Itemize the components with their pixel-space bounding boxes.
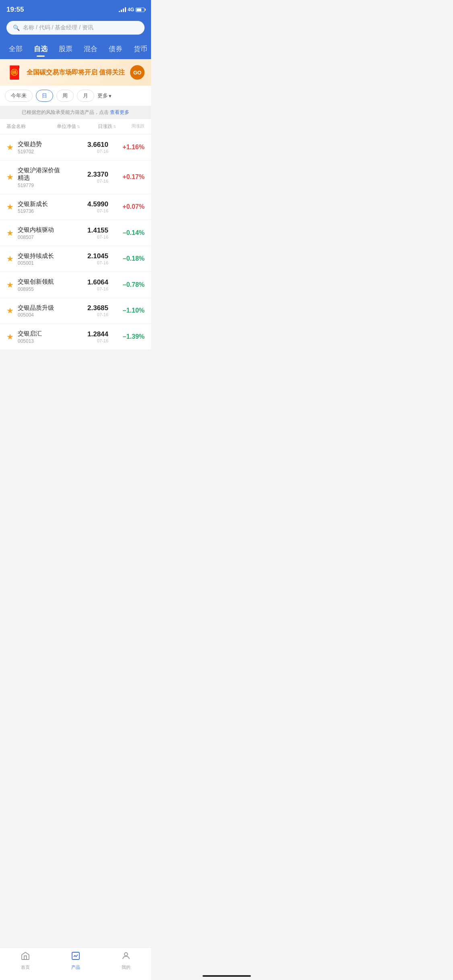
fund-code: 008955 (18, 286, 64, 292)
table-row[interactable]: ★ 交银内核驱动 008507 1.4155 07-16 –0.14% (0, 220, 151, 246)
banner-emoji: 🧧 (6, 65, 23, 80)
fund-day-change: –1.10% (108, 307, 145, 314)
fund-nav-date: 07-16 (64, 235, 108, 239)
fund-nav-date: 07-16 (64, 149, 108, 154)
star-icon[interactable]: ★ (6, 254, 14, 264)
fund-nav-date: 07-16 (64, 312, 108, 317)
fund-day-change: –0.78% (108, 281, 145, 288)
status-bar: 19:55 4G (0, 0, 151, 18)
fund-name: 交银品质升级 (18, 304, 64, 312)
banner-text: 全国碳交易市场即将开启 值得关注 (27, 68, 125, 77)
fund-day-change: –0.14% (108, 229, 145, 237)
header: 🔍 名称 / 代码 / 基金经理 / 资讯 (0, 18, 151, 41)
table-row[interactable]: ★ 交银品质升级 005004 2.3685 07-16 –1.10% (0, 298, 151, 324)
star-icon[interactable]: ★ (6, 142, 14, 152)
th-fund-name: 基金名称 (6, 123, 36, 130)
star-icon[interactable]: ★ (6, 332, 14, 342)
fund-nav-date: 07-16 (64, 286, 108, 291)
star-icon[interactable]: ★ (6, 228, 14, 238)
filter-btn-month[interactable]: 月 (77, 90, 94, 102)
table-header: 基金名称 单位净值 ⇅ 日涨跌 ⇅ 周涨跌 (0, 119, 151, 134)
fund-day-change: –0.18% (108, 255, 145, 262)
content-area: 🧧 全国碳交易市场即将开启 值得关注 GO 今年来 日 周 月 更多 ▾ 已根据… (0, 59, 151, 382)
tab-currency[interactable]: 货币 (128, 41, 151, 59)
info-bar: 已根据您的风险承受能力筛选产品，点击 查看更多 (0, 106, 151, 119)
star-icon[interactable]: ★ (6, 172, 14, 182)
fund-nav-value: 2.3685 (64, 304, 108, 312)
status-time: 19:55 (6, 6, 24, 14)
fund-code: 005013 (18, 338, 64, 344)
search-icon: 🔍 (13, 25, 20, 31)
fund-code: 005004 (18, 312, 64, 318)
chevron-down-icon: ▾ (109, 93, 112, 99)
filter-btn-day[interactable]: 日 (36, 90, 53, 102)
nav-tabs: 全部 自选 股票 混合 债券 货币 指数 (0, 41, 151, 59)
star-icon[interactable]: ★ (6, 306, 14, 315)
tab-all[interactable]: 全部 (3, 41, 28, 59)
fund-nav-date: 07-16 (64, 260, 108, 265)
sort-nav-icon: ⇅ (77, 125, 80, 129)
sort-day-icon: ⇅ (113, 125, 116, 129)
fund-nav-value: 1.6064 (64, 278, 108, 286)
fund-list: ★ 交银趋势 519702 3.6610 07-16 +1.16% ★ 交银沪港… (0, 134, 151, 350)
fund-day-change: –1.39% (108, 333, 145, 340)
th-week-change: 周涨跌 (116, 123, 145, 130)
banner[interactable]: 🧧 全国碳交易市场即将开启 值得关注 GO (0, 59, 151, 86)
network-type: 4G (128, 7, 134, 12)
search-bar[interactable]: 🔍 名称 / 代码 / 基金经理 / 资讯 (6, 21, 145, 35)
see-more-link[interactable]: 查看更多 (110, 109, 129, 115)
fund-name: 交银新成长 (18, 200, 64, 208)
fund-day-change: +0.07% (108, 203, 145, 210)
battery-icon (136, 8, 145, 12)
fund-name: 交银内核驱动 (18, 226, 64, 234)
table-row[interactable]: ★ 交银持续成长 005001 2.1045 07-16 –0.18% (0, 246, 151, 272)
fund-code: 519702 (18, 149, 64, 154)
filter-btn-week[interactable]: 周 (56, 90, 74, 102)
fund-name: 交银沪港深价值精选 (18, 166, 64, 182)
table-row[interactable]: ★ 交银创新领航 008955 1.6064 07-16 –0.78% (0, 272, 151, 298)
status-icons: 4G (119, 7, 145, 12)
fund-name: 交银持续成长 (18, 252, 64, 260)
tab-bond[interactable]: 债券 (103, 41, 128, 59)
table-row[interactable]: ★ 交银新成长 519736 4.5990 07-16 +0.07% (0, 194, 151, 220)
table-row[interactable]: ★ 交银启汇 005013 1.2844 07-16 –1.39% (0, 324, 151, 350)
fund-nav-value: 2.3370 (64, 171, 108, 179)
fund-name: 交银趋势 (18, 140, 64, 148)
search-input[interactable]: 名称 / 代码 / 基金经理 / 资讯 (23, 24, 93, 31)
filter-bar: 今年来 日 周 月 更多 ▾ (0, 86, 151, 106)
fund-nav-date: 07-16 (64, 179, 108, 183)
filter-btn-year[interactable]: 今年来 (5, 90, 33, 102)
fund-nav-value: 3.6610 (64, 141, 108, 149)
banner-go-button[interactable]: GO (130, 65, 145, 80)
fund-code: 008507 (18, 235, 64, 240)
fund-nav-value: 1.2844 (64, 330, 108, 338)
fund-code: 005001 (18, 260, 64, 266)
filter-more-button[interactable]: 更多 ▾ (97, 92, 112, 99)
th-day-change[interactable]: 日涨跌 ⇅ (80, 123, 116, 130)
fund-day-change: +1.16% (108, 144, 145, 151)
star-icon[interactable]: ★ (6, 202, 14, 212)
fund-nav-value: 1.4155 (64, 226, 108, 235)
fund-nav-date: 07-16 (64, 208, 108, 213)
tab-stock[interactable]: 股票 (53, 41, 78, 59)
th-nav[interactable]: 单位净值 ⇅ (36, 123, 80, 130)
fund-nav-date: 07-16 (64, 338, 108, 343)
fund-nav-value: 2.1045 (64, 252, 108, 260)
table-row[interactable]: ★ 交银沪港深价值精选 519779 2.3370 07-16 +0.17% (0, 161, 151, 194)
fund-code: 519779 (18, 183, 64, 188)
signal-icon (119, 7, 126, 12)
fund-name: 交银启汇 (18, 329, 64, 338)
tab-watchlist[interactable]: 自选 (28, 41, 53, 59)
fund-nav-value: 4.5990 (64, 200, 108, 208)
table-row[interactable]: ★ 交银趋势 519702 3.6610 07-16 +1.16% (0, 134, 151, 161)
tab-mixed[interactable]: 混合 (78, 41, 103, 59)
fund-code: 519736 (18, 208, 64, 214)
fund-name: 交银创新领航 (18, 278, 64, 286)
fund-day-change: +0.17% (108, 173, 145, 181)
star-icon[interactable]: ★ (6, 280, 14, 290)
